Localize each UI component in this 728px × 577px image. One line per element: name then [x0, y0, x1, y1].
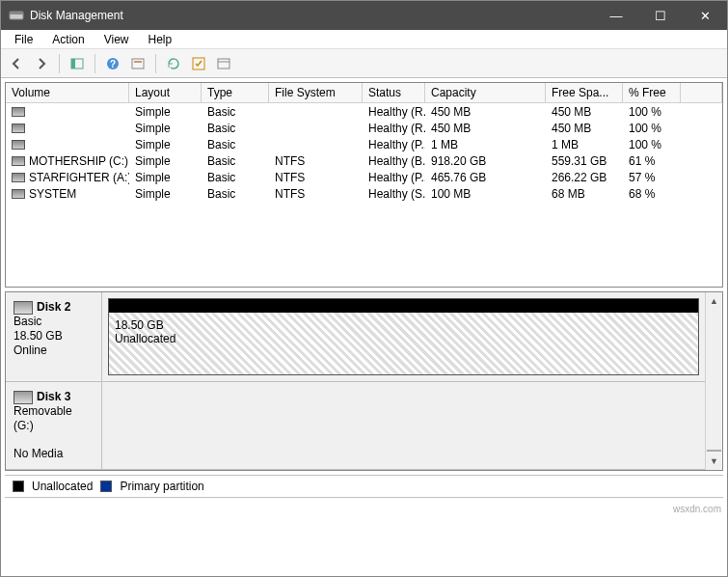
cell-capacity: 918.20 GB [425, 154, 546, 168]
scroll-thumb[interactable] [707, 450, 721, 452]
svg-rect-1 [10, 12, 23, 14]
table-row[interactable]: SimpleBasicHealthy (P...1 MB1 MB100 % [6, 136, 722, 152]
help-button[interactable]: ? [101, 52, 124, 75]
menu-help[interactable]: Help [139, 31, 182, 48]
col-volume[interactable]: Volume [6, 83, 129, 102]
cell-fs: NTFS [269, 171, 363, 184]
cell-type: Basic [202, 187, 269, 201]
volume-icon [12, 124, 25, 133]
disk-entry-disk2[interactable]: Disk 2 Basic 18.50 GB Online 18.50 GB Un… [6, 292, 705, 382]
menu-action[interactable]: Action [42, 31, 94, 48]
swatch-primary [100, 481, 112, 492]
cell-pct: 57 % [623, 171, 681, 184]
minimize-button[interactable]: — [594, 1, 638, 30]
disk-graphic: 18.50 GB Unallocated [102, 292, 705, 381]
col-filesystem[interactable]: File System [269, 83, 363, 102]
cell-layout: Simple [129, 138, 202, 151]
cell-type: Basic [202, 122, 269, 135]
col-freespace[interactable]: Free Spa... [546, 83, 623, 102]
cell-pct: 68 % [623, 187, 681, 201]
disk-info: Disk 2 Basic 18.50 GB Online [6, 292, 102, 381]
swatch-unallocated [13, 481, 24, 492]
cell-type: Basic [202, 105, 269, 119]
disk-entry-disk3[interactable]: Disk 3 Removable (G:) No Media [6, 382, 705, 470]
col-capacity[interactable]: Capacity [425, 83, 546, 102]
action-list-button[interactable] [187, 52, 210, 75]
properties-button[interactable] [212, 52, 235, 75]
svg-rect-3 [71, 59, 75, 69]
scrollbar[interactable]: ▲ ▼ [705, 292, 722, 470]
cell-layout: Simple [129, 154, 202, 168]
table-row[interactable]: STARFIGHTER (A:)SimpleBasicNTFSHealthy (… [6, 169, 722, 185]
window-controls: — ☐ ✕ [594, 1, 727, 30]
cell-capacity: 450 MB [425, 122, 546, 135]
table-row[interactable]: SimpleBasicHealthy (R...450 MB450 MB100 … [6, 103, 722, 120]
cell-capacity: 465.76 GB [425, 171, 546, 184]
cell-free: 450 MB [546, 122, 623, 135]
window-titlebar: Disk Management — ☐ ✕ [1, 1, 727, 30]
cell-free: 559.31 GB [546, 154, 623, 168]
partition-box[interactable]: 18.50 GB Unallocated [108, 298, 699, 375]
disk-type: Removable (G:) [13, 404, 94, 433]
cell-volume: MOTHERSHIP (C:) [6, 154, 129, 168]
show-hide-button[interactable] [66, 52, 89, 75]
col-layout[interactable]: Layout [129, 83, 202, 102]
scroll-up-button[interactable]: ▲ [706, 292, 722, 310]
partition-body: 18.50 GB Unallocated [109, 313, 698, 374]
menu-file[interactable]: File [5, 31, 42, 48]
volume-icon [12, 140, 25, 150]
maximize-button[interactable]: ☐ [638, 1, 683, 30]
toolbar-separator [155, 54, 156, 73]
back-button[interactable] [5, 52, 28, 75]
disk-graphic [102, 382, 705, 469]
cell-status: Healthy (P... [363, 171, 425, 184]
cell-status: Healthy (R... [363, 105, 425, 119]
cell-type: Basic [202, 171, 269, 184]
app-icon [9, 8, 24, 23]
table-row[interactable]: SimpleBasicHealthy (R...450 MB450 MB100 … [6, 120, 722, 136]
menu-view[interactable]: View [94, 31, 139, 48]
cell-pct: 100 % [623, 138, 681, 151]
table-row[interactable]: MOTHERSHIP (C:)SimpleBasicNTFSHealthy (B… [6, 152, 722, 169]
svg-rect-9 [218, 59, 229, 69]
watermark: wsxdn.com [673, 504, 721, 514]
toolbar-separator [94, 54, 95, 73]
forward-button[interactable] [30, 52, 53, 75]
disk-title: Disk 3 [37, 390, 70, 403]
cell-layout: Simple [129, 122, 202, 135]
cell-fs: NTFS [269, 154, 363, 168]
cell-layout: Simple [129, 171, 202, 184]
cell-status: Healthy (R... [363, 122, 425, 135]
cell-type: Basic [202, 138, 269, 151]
cell-fs: NTFS [269, 187, 363, 201]
svg-text:?: ? [110, 59, 116, 69]
disk-info: Disk 3 Removable (G:) No Media [6, 382, 102, 469]
cell-free: 68 MB [546, 187, 623, 201]
volume-icon [12, 107, 25, 117]
close-button[interactable]: ✕ [683, 1, 727, 30]
cell-volume: SYSTEM [6, 187, 129, 201]
legend-unallocated: Unallocated [32, 480, 93, 493]
cell-volume [6, 105, 129, 119]
disk-map: Disk 2 Basic 18.50 GB Online 18.50 GB Un… [5, 291, 723, 471]
refresh-button[interactable] [162, 52, 185, 75]
disk-size: 18.50 GB [13, 329, 94, 343]
cell-volume [6, 122, 129, 135]
window-title: Disk Management [30, 9, 594, 22]
col-pctfree[interactable]: % Free [623, 83, 681, 102]
scroll-down-button[interactable]: ▼ [706, 453, 722, 470]
cell-capacity: 100 MB [425, 187, 546, 201]
legend-primary: Primary partition [120, 480, 203, 493]
cell-type: Basic [202, 154, 269, 168]
volume-list-header: Volume Layout Type File System Status Ca… [6, 83, 722, 103]
settings-button[interactable] [126, 52, 149, 75]
col-type[interactable]: Type [202, 83, 269, 102]
partition-header [109, 299, 698, 313]
table-row[interactable]: SYSTEMSimpleBasicNTFSHealthy (S...100 MB… [6, 185, 722, 202]
disk-type: Basic [13, 315, 94, 329]
disk-icon [13, 391, 33, 404]
cell-pct: 61 % [623, 154, 681, 168]
col-status[interactable]: Status [363, 83, 425, 102]
cell-pct: 100 % [623, 105, 681, 119]
volume-icon [12, 189, 25, 199]
